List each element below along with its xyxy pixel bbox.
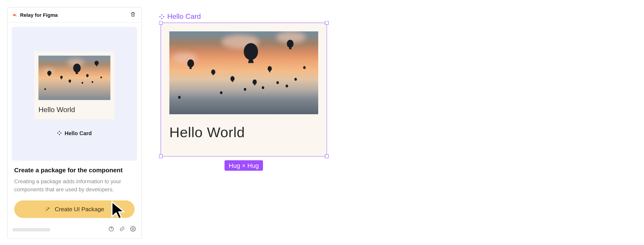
- section-heading: Create a package for the component: [14, 166, 135, 174]
- component-diamond-icon: [57, 130, 62, 135]
- selection-handle-top-right[interactable]: [325, 21, 329, 25]
- relay-brand-icon: [12, 12, 18, 18]
- preview-card[interactable]: Hello World: [34, 51, 114, 119]
- selection-handle-top-left[interactable]: [159, 21, 163, 25]
- selection-handle-bottom-right[interactable]: [325, 154, 329, 158]
- canvas-component-label[interactable]: Hello Card: [159, 13, 201, 21]
- canvas-component-label-text: Hello Card: [167, 13, 201, 21]
- relay-panel: Relay for Figma: [7, 7, 142, 239]
- hello-card-image: [169, 31, 318, 114]
- panel-footer: [8, 223, 141, 238]
- canvas-selection-frame[interactable]: Hello World Hug × Hug: [160, 23, 327, 156]
- layout-size-badge: Hug × Hug: [224, 160, 263, 171]
- link-button[interactable]: [119, 226, 126, 233]
- hello-card-title: Hello World: [169, 124, 318, 140]
- component-diamond-icon: [159, 14, 165, 20]
- selection-handle-bottom-left[interactable]: [159, 154, 163, 158]
- create-ui-package-button[interactable]: Create UI Package: [14, 200, 135, 218]
- help-icon: [108, 226, 114, 233]
- gear-icon: [130, 226, 136, 233]
- svg-rect-0: [15, 15, 16, 16]
- preview-component-label: Hello Card: [57, 130, 92, 136]
- hello-card-component[interactable]: Hello World: [161, 23, 327, 156]
- settings-button[interactable]: [130, 226, 136, 233]
- panel-header: Relay for Figma: [8, 8, 141, 23]
- create-package-section: Create a package for the component Creat…: [8, 165, 141, 200]
- magic-wand-icon: [45, 206, 50, 212]
- preview-card-title: Hello World: [38, 106, 110, 114]
- trash-icon: [130, 11, 136, 19]
- link-icon: [119, 226, 125, 233]
- preview-card-image: [38, 56, 110, 100]
- cta-label: Create UI Package: [55, 206, 104, 212]
- svg-point-2: [132, 228, 134, 230]
- help-button[interactable]: [108, 226, 114, 233]
- component-preview-area: Hello World Hello Card: [12, 27, 137, 161]
- panel-title: Relay for Figma: [20, 12, 129, 18]
- preview-component-label-text: Hello Card: [64, 130, 92, 136]
- section-description: Creating a package adds information to y…: [14, 178, 135, 193]
- scrollbar-horizontal[interactable]: [12, 228, 50, 231]
- delete-button[interactable]: [129, 11, 137, 19]
